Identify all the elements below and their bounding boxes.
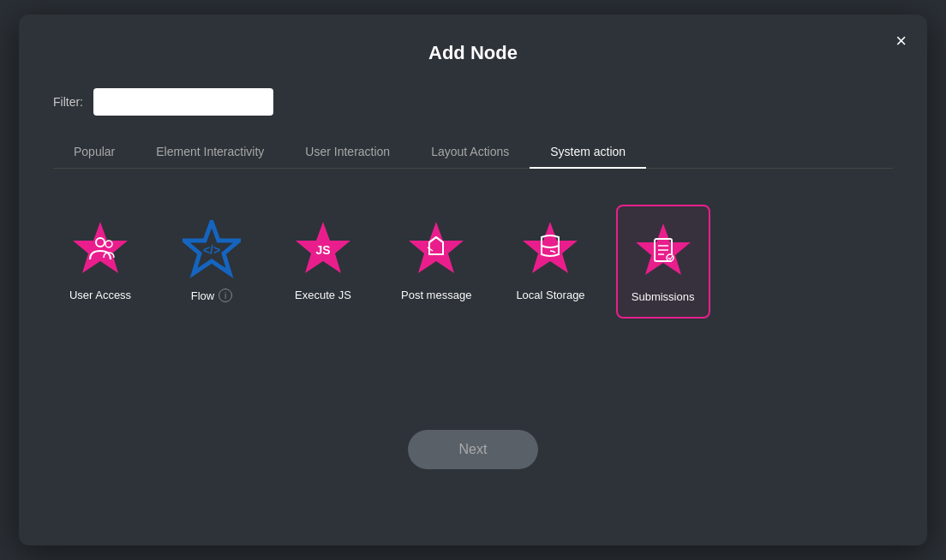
tabs-bar: Popular Element Interactivity User Inter… bbox=[53, 136, 893, 169]
tab-system-action[interactable]: System action bbox=[530, 136, 646, 169]
tab-element-interactivity[interactable]: Element Interactivity bbox=[135, 136, 284, 169]
next-button[interactable]: Next bbox=[408, 430, 539, 469]
post-message-label: Post message bbox=[401, 289, 471, 301]
post-message-icon bbox=[405, 218, 467, 280]
node-flow[interactable]: </> Flow i bbox=[165, 205, 259, 319]
flow-label: Flow i bbox=[191, 289, 232, 302]
filter-row: Filter: bbox=[53, 88, 893, 116]
tab-user-interaction[interactable]: User Interaction bbox=[284, 136, 410, 169]
node-submissions[interactable]: Submissions bbox=[616, 205, 710, 319]
modal-title: Add Node bbox=[53, 42, 893, 64]
user-access-icon bbox=[69, 218, 131, 280]
footer: Next bbox=[53, 430, 893, 469]
tab-popular[interactable]: Popular bbox=[53, 136, 135, 169]
tab-layout-actions[interactable]: Layout Actions bbox=[410, 136, 530, 169]
user-access-label: User Access bbox=[69, 289, 131, 301]
execute-js-label: Execute JS bbox=[295, 289, 351, 301]
svg-text:JS: JS bbox=[315, 243, 330, 257]
node-post-message[interactable]: Post message bbox=[387, 205, 485, 319]
nodes-grid: User Access </> Flow i JS bbox=[53, 196, 893, 327]
node-local-storage[interactable]: Local Storage bbox=[502, 205, 598, 319]
svg-marker-13 bbox=[636, 223, 691, 275]
add-node-modal: Add Node × Filter: Popular Element Inter… bbox=[19, 15, 927, 545]
flow-icon: </> bbox=[181, 218, 242, 280]
node-user-access[interactable]: User Access bbox=[53, 205, 147, 319]
close-button[interactable]: × bbox=[895, 32, 907, 51]
filter-label: Filter: bbox=[53, 95, 83, 109]
submissions-label: Submissions bbox=[632, 290, 695, 303]
filter-input[interactable] bbox=[93, 88, 273, 116]
submissions-icon bbox=[632, 220, 694, 282]
local-storage-label: Local Storage bbox=[516, 289, 584, 301]
execute-js-icon: JS bbox=[292, 218, 354, 280]
flow-info-icon: i bbox=[219, 289, 232, 302]
node-execute-js[interactable]: JS Execute JS bbox=[276, 205, 370, 319]
svg-text:</>: </> bbox=[203, 243, 220, 257]
svg-marker-7 bbox=[409, 222, 464, 273]
local-storage-icon bbox=[519, 218, 581, 280]
